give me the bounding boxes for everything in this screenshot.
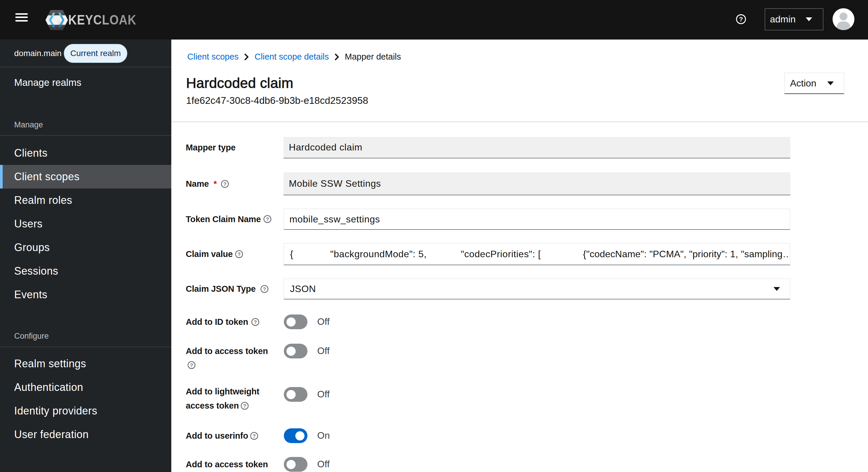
svg-text:?: ? <box>266 216 269 222</box>
svg-text:?: ? <box>223 181 226 187</box>
svg-text:?: ? <box>252 433 256 439</box>
svg-text:?: ? <box>190 362 193 368</box>
svg-text:?: ? <box>739 15 743 23</box>
svg-text:?: ? <box>238 251 241 257</box>
svg-text:?: ? <box>254 319 257 325</box>
svg-text:?: ? <box>263 286 266 292</box>
svg-text:?: ? <box>243 403 246 409</box>
